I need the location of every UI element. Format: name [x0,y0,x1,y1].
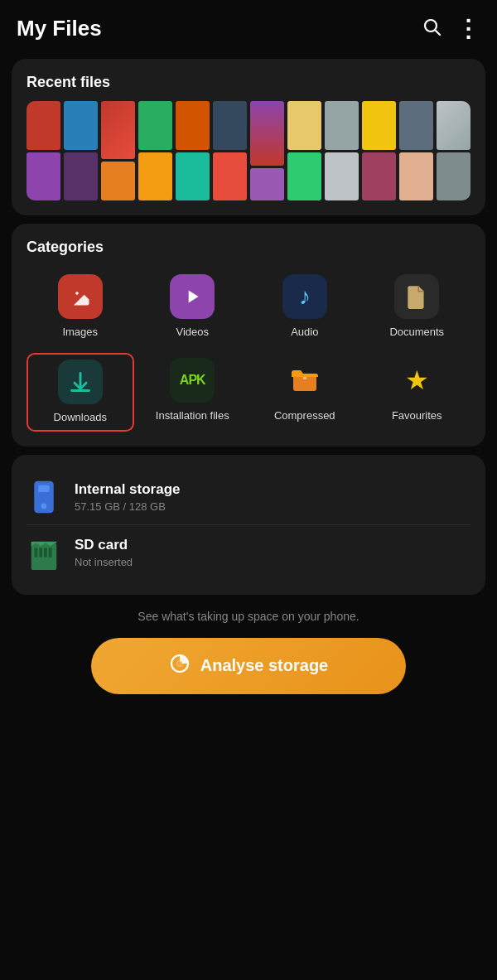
analyse-button-label: Analyse storage [200,656,329,675]
videos-icon [170,274,215,319]
installation-label: Installation files [156,409,229,423]
compressed-label: Compressed [274,409,335,423]
category-downloads[interactable]: Downloads [27,353,134,432]
internal-storage-detail: 57.15 GB / 128 GB [75,500,181,513]
installation-icon: APK [170,358,215,403]
search-icon[interactable] [422,17,442,41]
storage-card: Internal storage 57.15 GB / 128 GB SD ca… [12,455,485,595]
favourites-icon: ★ [394,358,439,403]
category-installation[interactable]: APK Installation files [139,353,247,432]
category-images[interactable]: Images [27,269,134,345]
analyse-section: See what's taking up space on your phone… [12,610,485,694]
category-compressed[interactable]: Compressed [251,353,359,432]
category-videos[interactable]: Videos [139,269,247,345]
category-audio[interactable]: ♪ Audio [251,269,359,345]
categories-card: Categories Images Videos [12,224,485,447]
app-title: My Files [17,16,102,41]
analyse-hint: See what's taking up space on your phone… [138,610,359,623]
header-actions: ⋮ [422,15,480,42]
images-icon [58,274,103,319]
svg-rect-11 [39,548,42,557]
categories-grid: Images Videos ♪ Audio [27,269,470,432]
sdcard-info: SD card Not inserted [75,537,133,568]
audio-label: Audio [291,326,318,340]
images-label: Images [62,326,98,340]
sdcard-name: SD card [75,537,133,553]
svg-point-3 [75,292,79,295]
downloads-icon [58,360,103,404]
recent-files-title: Recent files [27,74,470,91]
svg-point-0 [425,20,437,31]
videos-label: Videos [176,326,209,340]
svg-rect-7 [38,485,49,492]
internal-storage-info: Internal storage 57.15 GB / 128 GB [75,481,181,513]
svg-point-8 [41,503,47,509]
category-documents[interactable]: Documents [364,269,471,345]
category-favourites[interactable]: ★ Favourites [364,353,471,432]
svg-rect-10 [35,548,38,557]
svg-point-16 [177,661,182,666]
favourites-label: Favourites [392,409,442,423]
categories-title: Categories [27,239,470,256]
documents-icon [394,274,439,319]
sdcard-item[interactable]: SD card Not inserted [27,524,470,580]
analyse-button-icon [169,653,191,679]
analyse-storage-button[interactable]: Analyse storage [91,638,406,694]
svg-rect-12 [44,548,47,557]
sdcard-icon [27,535,61,570]
svg-line-1 [436,31,440,35]
internal-storage-item[interactable]: Internal storage 57.15 GB / 128 GB [27,470,470,524]
internal-storage-icon [27,480,61,514]
internal-storage-name: Internal storage [75,481,181,498]
recent-files-thumbnails[interactable] [27,101,470,200]
app-header: My Files ⋮ [0,0,497,51]
compressed-icon [282,358,327,403]
svg-rect-5 [303,377,306,379]
recent-files-card: Recent files [12,59,485,215]
documents-label: Documents [389,326,444,340]
svg-marker-4 [189,290,199,302]
svg-rect-13 [49,548,52,557]
more-options-icon[interactable]: ⋮ [456,15,480,42]
downloads-label: Downloads [54,411,107,425]
sdcard-detail: Not inserted [75,556,133,568]
audio-icon: ♪ [282,274,327,319]
